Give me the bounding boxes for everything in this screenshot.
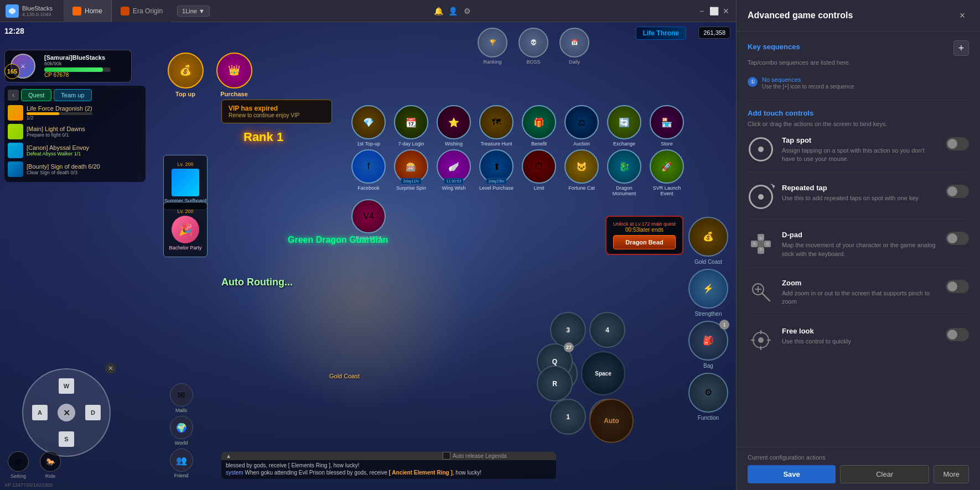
space-label: Space: [595, 371, 611, 377]
quest-nav-back[interactable]: ‹: [8, 90, 19, 101]
raise-v4-btn[interactable]: V4 Raise to V4: [349, 199, 388, 241]
chat-msg-1-text: blessed by gods, receive [ Elements Ring…: [226, 462, 359, 468]
exchange-btn[interactable]: 🔄 Exchange: [604, 105, 644, 147]
topup-icon: 💰: [168, 53, 204, 88]
surprise-spin-timer: 2day11hr: [401, 178, 421, 184]
tap-spot-inner: [758, 147, 764, 152]
benefit-btn[interactable]: 🎁 Benefit: [519, 105, 559, 147]
level-purchase-btn[interactable]: ⬆ 2day23hr Level Purchase: [476, 149, 516, 196]
dpad-left-key[interactable]: A: [32, 405, 48, 420]
daily-btn[interactable]: 📅 Daily: [555, 27, 594, 65]
treasure-hunt-btn[interactable]: 🗺 Treasure Hunt: [476, 105, 516, 147]
fortune-cat-btn[interactable]: 🐱 Fortune Cat: [562, 149, 602, 196]
mails-btn[interactable]: ✉ Mails: [166, 383, 196, 414]
function-label: Function: [698, 415, 719, 421]
svg-rect-5: [758, 241, 764, 247]
more-button[interactable]: More: [934, 465, 969, 483]
line-selector[interactable]: 1Line ▼: [177, 6, 210, 17]
zoom-toggle[interactable]: [946, 280, 969, 293]
tab-home[interactable]: Home: [64, 0, 112, 22]
dragon-monument-label: Dragon Monument: [604, 185, 644, 196]
action-1-btn[interactable]: 1: [550, 399, 586, 435]
tab-game-label: Era Origin: [133, 7, 163, 15]
auction-btn[interactable]: ⚖ Auction: [562, 105, 602, 147]
tab-game[interactable]: Era Origin: [112, 0, 172, 22]
wing-wish-icon: 🪽 11:30:53: [437, 149, 471, 184]
wishing-btn[interactable]: ⭐ Wishing: [434, 105, 474, 147]
7day-login-btn[interactable]: 📆 7-day Login: [391, 105, 431, 147]
close-button[interactable]: ✕: [720, 6, 732, 17]
dpad-up-key[interactable]: W: [59, 378, 74, 394]
facebook-btn[interactable]: f Facebook: [349, 149, 388, 196]
action-4-btn[interactable]: 4: [589, 312, 625, 348]
minimize-button[interactable]: −: [696, 6, 707, 17]
r-btn[interactable]: R: [537, 366, 573, 402]
free-look-name: Free look: [782, 327, 938, 335]
notification-icon[interactable]: 🔔: [433, 6, 443, 16]
q-badge: 27: [564, 342, 574, 352]
player-hp: 80k/90k: [44, 61, 111, 66]
strengthen-btn[interactable]: ⚡ Strengthen: [683, 268, 733, 317]
quest-item-1: Life Force Dragonish (2) 1/2: [8, 103, 142, 122]
maximize-button[interactable]: ⬜: [708, 6, 719, 17]
account-icon[interactable]: 👤: [448, 6, 458, 16]
quest-tab[interactable]: Quest: [21, 89, 51, 101]
quest-item-2: [Main] Light of Dawns Prepare to fight 0…: [8, 122, 142, 141]
topup-button[interactable]: 💰 Top up: [163, 47, 208, 102]
zoom-body: Zoom Add zoom in or out to the screen th…: [782, 279, 938, 306]
ranking-btn[interactable]: 🏆 Ranking: [473, 27, 512, 65]
save-button[interactable]: Save: [748, 465, 836, 483]
limit-btn[interactable]: ⏱ Limit: [519, 149, 559, 196]
dpad-down-key[interactable]: S: [59, 431, 74, 447]
dpad-close-btn[interactable]: ✕: [105, 363, 116, 374]
panel-close-button[interactable]: ×: [956, 9, 969, 22]
quest-icon-3: [8, 143, 23, 158]
svr-launch-btn[interactable]: 🚀 SVR Launch Event: [647, 149, 687, 196]
ride-label: Ride: [45, 473, 56, 479]
surprise-spin-btn[interactable]: 🎰 2day11hr Surprise Spin: [391, 149, 431, 196]
chat-msg-2: system When goku attending Evil Prison b…: [226, 470, 552, 476]
auto-release-checkbox[interactable]: [443, 452, 450, 460]
ride-btn[interactable]: 🐎 Ride: [37, 451, 64, 479]
quest-progress-text-1: 1/2: [27, 115, 92, 121]
r-btn-area: R: [537, 366, 573, 402]
mails-label: Mails: [175, 408, 187, 413]
gold-coast-btn[interactable]: 💰 Gold Coast: [683, 216, 733, 265]
auto-button[interactable]: Auto: [589, 399, 634, 443]
teamup-tab[interactable]: Team up: [54, 89, 91, 101]
dragon-monument-btn[interactable]: 🐉 Dragon Monument: [604, 149, 644, 196]
clear-button[interactable]: Clear: [840, 465, 929, 483]
svg-text:S: S: [760, 247, 763, 251]
tap-spot-body: Tap spot Assign tapping on a spot with t…: [782, 136, 938, 164]
auto-routing-text: Auto Routing...: [221, 277, 293, 288]
tap-spot-toggle[interactable]: [946, 137, 969, 150]
auto-release-bar: Auto release Legenda: [443, 452, 736, 460]
function-btn[interactable]: ⚙ Function: [683, 372, 733, 421]
level-purchase-timer: 2day23hr: [486, 178, 506, 184]
bachelor-party-card[interactable]: Lv. 200 🎉 Bachelor Party: [163, 202, 208, 257]
quest-title-3: [Canon] Abyssal Envoy: [27, 144, 89, 151]
bag-btn[interactable]: 🎒 1 Bag: [683, 320, 733, 369]
settings-game-btn[interactable]: ⚙ Setting: [4, 451, 32, 479]
wing-wish-label: Wing Wish: [442, 185, 465, 191]
purchase-button[interactable]: 👑 Purchase: [212, 47, 256, 102]
store-btn[interactable]: 🏪 Store: [647, 105, 687, 147]
first-topup-btn[interactable]: 💎 1st Top-up: [349, 105, 388, 147]
add-sequence-button[interactable]: +: [953, 40, 969, 56]
world-btn[interactable]: 🌍 World: [166, 416, 196, 446]
settings-game-icon: ⚙: [8, 451, 29, 472]
repeated-tap-toggle[interactable]: [946, 185, 969, 198]
dragon-bead-btn[interactable]: Dragon Bead: [613, 235, 676, 249]
free-look-toggle[interactable]: [946, 328, 969, 341]
boss-btn[interactable]: 💀 BOSS: [514, 27, 553, 65]
tap-spot-item: Tap spot Assign tapping on a spot with t…: [748, 136, 969, 173]
settings-icon[interactable]: ⚙: [462, 6, 472, 16]
dpad-right-key[interactable]: D: [85, 405, 101, 420]
wing-wish-btn[interactable]: 🪽 11:30:53 Wing Wish: [434, 149, 474, 196]
tap-spot-name: Tap spot: [782, 136, 938, 144]
svg-line-11: [762, 293, 770, 301]
first-topup-icon: 💎: [351, 105, 386, 139]
friend-btn[interactable]: 👥 Friend: [166, 449, 196, 479]
dpad-ctrl-toggle[interactable]: [946, 232, 969, 245]
space-btn[interactable]: Space: [581, 351, 625, 395]
